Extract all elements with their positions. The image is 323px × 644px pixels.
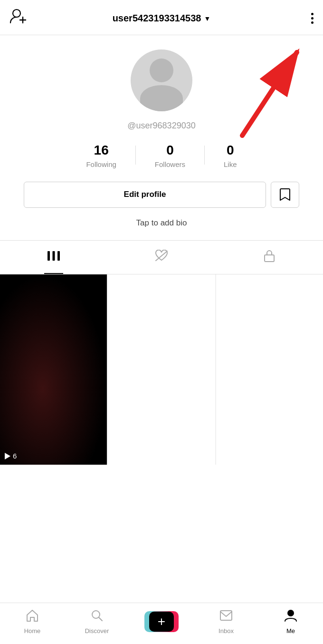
stats-row: 16 Following 0 Followers 0 Like (10, 142, 314, 168)
nav-add[interactable]: + (142, 611, 180, 632)
user-handle: @user968329030 (127, 121, 195, 131)
add-user-button[interactable] (10, 9, 38, 28)
svg-rect-9 (265, 255, 274, 262)
tab-videos[interactable] (0, 241, 108, 274)
svg-point-13 (288, 610, 294, 616)
nav-discover-label: Discover (85, 627, 109, 634)
svg-rect-7 (57, 251, 60, 261)
tabs-row (0, 240, 323, 274)
home-icon (26, 609, 39, 625)
followers-label: Followers (155, 160, 185, 168)
nav-home[interactable]: Home (13, 609, 51, 634)
bookmark-icon (279, 188, 291, 201)
avatar-head (150, 59, 173, 82)
three-dots-icon[interactable] (311, 13, 314, 24)
avatar[interactable] (131, 49, 192, 111)
video-play-info: 6 (5, 452, 17, 460)
profile-section: @user968329030 16 Following 0 Followers … (0, 35, 323, 228)
svg-rect-6 (53, 251, 55, 261)
nav-inbox[interactable]: Inbox (207, 609, 245, 634)
more-options-button[interactable] (285, 13, 314, 24)
dot (311, 21, 314, 24)
heart-slash-icon (154, 250, 169, 265)
following-count: 16 (94, 142, 109, 158)
profile-icon (284, 609, 297, 625)
video-preview (0, 274, 107, 465)
bio-placeholder[interactable]: Tap to add bio (136, 218, 187, 228)
buttons-row: Edit profile (10, 182, 314, 208)
username-header[interactable]: user5423193314538 ▼ (113, 13, 211, 24)
followers-stat[interactable]: 0 Followers (136, 142, 204, 168)
grid-icon (47, 251, 60, 264)
play-icon (5, 453, 10, 459)
nav-me[interactable]: Me (272, 609, 310, 634)
search-icon (90, 609, 104, 625)
bookmark-button[interactable] (271, 182, 299, 208)
username-text: user5423193314538 (113, 13, 201, 24)
add-button[interactable]: + (147, 611, 176, 632)
add-user-icon (10, 13, 28, 28)
lock-icon (264, 249, 275, 265)
plus-icon: + (158, 614, 165, 629)
edit-profile-button[interactable]: Edit profile (24, 182, 266, 208)
content-grid: 6 (0, 274, 323, 465)
likes-count: 0 (227, 142, 234, 158)
followers-count: 0 (166, 142, 174, 158)
svg-rect-5 (48, 251, 50, 261)
empty-slot-2 (216, 274, 323, 465)
following-stat[interactable]: 16 Following (67, 142, 135, 168)
avatar-body (140, 85, 183, 111)
nav-home-label: Home (24, 627, 41, 634)
add-button-inner: + (149, 612, 174, 632)
nav-me-label: Me (286, 627, 295, 634)
empty-slot-1 (108, 274, 215, 465)
likes-label: Like (224, 160, 237, 168)
inbox-icon (219, 609, 233, 625)
play-count: 6 (13, 452, 17, 460)
dropdown-arrow-icon: ▼ (204, 15, 211, 22)
dot (311, 13, 314, 15)
likes-stat[interactable]: 0 Like (205, 142, 256, 168)
tab-liked[interactable] (108, 241, 216, 274)
nav-inbox-label: Inbox (218, 627, 234, 634)
svg-point-0 (13, 10, 20, 17)
tab-private[interactable] (215, 241, 323, 274)
nav-discover[interactable]: Discover (78, 609, 116, 634)
following-label: Following (86, 160, 116, 168)
svg-line-11 (99, 617, 102, 621)
dot (311, 17, 314, 20)
video-thumbnail[interactable]: 6 (0, 274, 107, 465)
header: user5423193314538 ▼ (0, 0, 323, 35)
svg-rect-12 (220, 611, 232, 620)
bottom-nav: Home Discover + Inbox (0, 603, 323, 644)
